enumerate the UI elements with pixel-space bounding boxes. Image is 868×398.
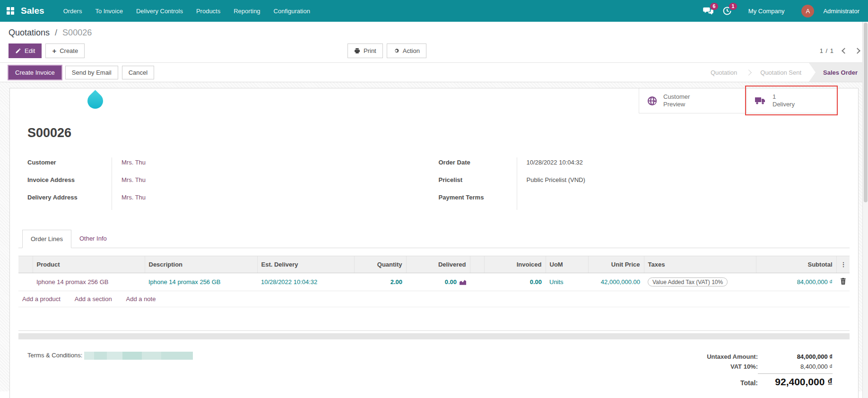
terms-and-conditions: Terms & Conditions: [27,352,193,389]
activities-badge: 1 [729,3,737,10]
cell-product[interactable]: Iphone 14 promax 256 GB [36,278,109,286]
print-button[interactable]: Print [347,43,383,58]
col-spacer [470,256,484,273]
messages-badge: 6 [710,3,718,10]
tab-order-lines[interactable]: Order Lines [22,230,71,248]
vertical-scrollbar[interactable] [862,22,868,398]
col-product[interactable]: Product [33,256,145,273]
col-quantity[interactable]: Quantity [354,256,406,273]
payment-terms-value [517,192,850,210]
total-value: 92,400,000 ₫ [758,376,833,388]
select-column-header[interactable] [18,256,33,273]
messages-icon[interactable]: 6 [701,4,715,18]
action-button[interactable]: Action [387,43,426,58]
terms-label: Terms & Conditions: [27,352,82,359]
vat-label: VAT 10%: [730,363,758,370]
step-sales-order-active[interactable]: Sales Order [809,63,868,82]
breadcrumb-separator: / [55,28,57,37]
delivery-address-value[interactable]: Mrs. Thu [122,194,146,201]
main-menu: Orders To Invoice Delivery Controls Prod… [58,4,316,18]
create-button[interactable]: + Create [45,43,85,58]
scrollbar-thumb[interactable] [864,23,868,202]
payment-terms-label: Payment Terms [439,192,517,210]
empty-table-space [18,307,850,331]
apps-menu-icon[interactable] [7,7,14,15]
menu-delivery-controls[interactable]: Delivery Controls [130,4,189,18]
col-unit-price[interactable]: Unit Price [588,256,644,273]
pager-previous-icon[interactable] [842,48,848,54]
forecast-chart-icon[interactable] [460,279,466,285]
cell-subtotal: 84,000,000 ₫ [797,278,833,286]
col-taxes[interactable]: Taxes [644,256,756,273]
col-est-delivery[interactable]: Est. Delivery [257,256,354,273]
tax-tag[interactable]: Value Added Tax (VAT) 10% [648,277,728,286]
send-by-email-button[interactable]: Send by Email [65,66,118,79]
form-sheet: Customer Preview 1 Delivery S00026 Cu [9,88,859,398]
activities-icon[interactable]: 1 [720,4,734,18]
breadcrumb-current: S00026 [62,28,92,37]
order-title: S00026 [27,126,850,140]
col-uom[interactable]: UoM [546,256,588,273]
cell-uom[interactable]: Units [549,278,564,286]
control-panel: Quotations / S00026 Edit + Create Print [0,22,868,62]
avatar[interactable]: A [801,5,814,17]
invoice-address-label: Invoice Address [27,175,112,192]
cancel-button[interactable]: Cancel [122,66,154,79]
menu-orders[interactable]: Orders [58,4,88,18]
step-quotation-sent[interactable]: Quotation Sent [755,69,806,76]
terms-redacted-text[interactable] [84,352,193,360]
fields-left-column: Customer Mrs. Thu Invoice Address Mrs. T… [27,157,439,210]
optional-columns-toggle[interactable]: ⋮ [836,256,850,273]
totals-separator [758,373,833,374]
edit-button[interactable]: Edit [9,43,42,58]
pager-count: 1 / 1 [820,47,834,54]
pager: 1 / 1 [820,47,859,54]
customer-preview-label: Customer Preview [663,93,696,109]
menu-to-invoice[interactable]: To Invoice [89,4,129,18]
order-lines-table: Product Description Est. Delivery Quanti… [18,256,850,307]
invoice-address-value[interactable]: Mrs. Thu [122,176,146,183]
user-menu[interactable]: Administrator [823,8,859,15]
col-delivered[interactable]: Delivered [406,256,470,273]
order-line-row[interactable]: Iphone 14 promax 256 GB Iphone 14 promax… [18,273,850,291]
delivery-stat-button[interactable]: 1 Delivery [746,88,836,113]
col-invoiced[interactable]: Invoiced [484,256,546,273]
menu-products[interactable]: Products [191,4,226,18]
control-buttons-row: Edit + Create Print Action 1 / 1 [9,43,859,59]
form-view-background: Customer Preview 1 Delivery S00026 Cu [0,82,868,391]
notebook-tabs: Order Lines Other Info [18,230,850,248]
app-title[interactable]: Sales [21,6,44,16]
printer-icon [354,48,360,54]
menu-configuration[interactable]: Configuration [268,4,316,18]
delete-line-icon[interactable] [840,278,846,285]
customer-preview-button[interactable]: Customer Preview [639,88,746,113]
col-description[interactable]: Description [145,256,257,273]
status-steps: Quotation Quotation Sent Sales Order [706,63,868,82]
breadcrumb-quotations[interactable]: Quotations [9,28,50,37]
create-invoice-button[interactable]: Create Invoice [9,66,61,79]
add-a-note-link[interactable]: Add a note [126,295,156,303]
fields-right-column: Order Date 10/28/2022 10:04:32 Pricelist… [439,157,850,210]
menu-reporting[interactable]: Reporting [228,4,266,18]
order-date-label: Order Date [439,157,517,175]
delivery-label: Delivery [773,101,795,108]
field-grid: Customer Mrs. Thu Invoice Address Mrs. T… [27,157,850,210]
tab-other-info[interactable]: Other Info [71,230,115,248]
navbar-right: 6 1 My Company A Administrator [701,4,860,18]
add-a-product-link[interactable]: Add a product [22,295,61,303]
add-a-section-link[interactable]: Add a section [75,295,112,303]
cell-description[interactable]: Iphone 14 promax 256 GB [148,278,221,286]
cell-quantity: 2.00 [354,273,406,291]
pager-next-icon[interactable] [854,48,860,54]
cell-delivered: 0.00 [445,278,457,286]
step-quotation[interactable]: Quotation [706,69,742,76]
company-switcher[interactable]: My Company [748,8,785,15]
truck-icon [755,95,767,106]
customer-label: Customer [27,157,112,175]
stat-button-row: Customer Preview 1 Delivery [18,88,850,113]
pricelist-value: Public Pricelist (VND) [517,175,850,192]
horizontal-scrollbar-track[interactable] [18,333,850,339]
vat-value: 8,400,000 ₫ [758,363,833,370]
col-subtotal[interactable]: Subtotal [756,256,836,273]
customer-value[interactable]: Mrs. Thu [122,159,146,166]
